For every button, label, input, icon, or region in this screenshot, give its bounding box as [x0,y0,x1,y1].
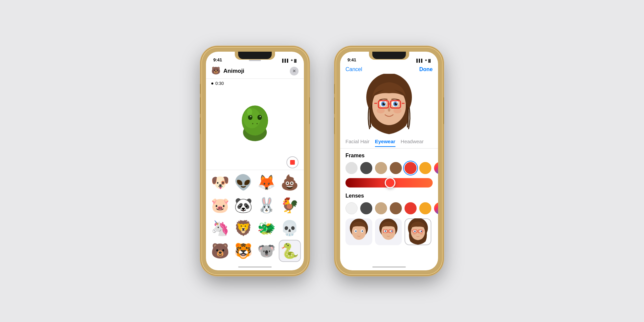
battery-icon-2: ▓ [428,59,431,62]
timer-text: 0:30 [215,81,224,86]
volume-up-button[interactable] [200,97,201,114]
frames-label: Frames [345,153,433,159]
svg-point-43 [385,231,386,232]
list-item[interactable]: 💩 [279,171,301,194]
power-button[interactable] [309,97,310,124]
list-item[interactable]: 🐶 [209,171,231,194]
stop-icon [290,160,295,165]
frames-color-row [345,162,433,174]
lens-swatch-clear[interactable] [345,202,358,214]
svg-point-44 [391,231,392,232]
mute-button-2[interactable] [334,84,335,94]
color-swatch-orange[interactable] [419,162,431,174]
snake-animoji [233,98,277,145]
notch-inner-2 [372,52,406,59]
svg-point-8 [260,116,261,117]
svg-point-22 [384,103,385,104]
notch [235,52,275,60]
cancel-button[interactable]: Cancel [345,66,362,72]
lens-swatch-dark[interactable] [360,202,372,214]
timer-dot [211,83,213,85]
notch-2 [369,52,409,60]
lens-swatch-orange[interactable] [419,202,431,214]
list-item[interactable]: 🐲 [256,217,278,239]
color-swatch-white[interactable] [345,162,358,174]
lenses-label: Lenses [345,193,433,199]
phone-1-screen: 9:41 ▌▌▌ ⌖ ▓ 🐻 Animoji ✕ 0:30 [206,52,304,270]
lens-swatch-red[interactable] [405,202,417,214]
status-time-2: 9:41 [347,57,356,62]
wifi-icon-2: ⌖ [425,58,427,62]
animoji-grid: 🐶 👽 🦊 💩 🐷 🐼 🐰 🐓 🦄 🦁 🐲 💀 🐻 🐯 🐨 [206,170,304,264]
variant-3[interactable] [405,218,431,245]
tab-facial-hair[interactable]: Facial Hair [345,139,370,147]
volume-up-button-2[interactable] [334,97,335,114]
done-button[interactable]: Done [419,66,433,72]
list-item[interactable]: 🦊 [256,171,278,194]
emoji-row-4: 🐻 🐯 🐨 🐍 [209,240,301,262]
color-slider[interactable] [345,178,433,187]
memoji-variants [345,218,433,245]
svg-point-50 [413,233,416,235]
color-swatch-red[interactable] [405,162,417,174]
svg-point-56 [415,231,416,232]
lens-swatch-tan[interactable] [375,202,387,214]
lens-color-more-button[interactable] [434,202,438,214]
color-more-button[interactable] [434,162,438,174]
memoji-nav: Cancel Done [340,64,438,74]
home-bar-2 [372,266,406,268]
variant-1[interactable] [345,218,372,245]
color-swatch-brown[interactable] [390,162,402,174]
record-button[interactable] [286,156,299,168]
list-item[interactable]: 👽 [232,171,255,194]
list-item[interactable]: 🐨 [256,240,278,262]
category-tabs: Facial Hair Eyewear Headwear [340,136,438,149]
phone-1: 9:41 ▌▌▌ ⌖ ▓ 🐻 Animoji ✕ 0:30 [201,47,309,275]
phone-2-screen: 9:41 ▌▌▌ ⌖ ▓ Cancel Done [340,52,438,270]
home-indicator [206,264,304,270]
close-button[interactable]: ✕ [290,67,299,75]
status-time-1: 9:41 [213,57,222,62]
animoji-preview [206,88,304,155]
emoji-row-3: 🦄 🦁 🐲 💀 [209,217,301,239]
slider-thumb[interactable] [385,177,395,188]
signal-icon: ▌▌▌ [282,59,289,62]
list-item[interactable]: 🐯 [232,240,255,262]
memoji-preview [340,74,438,136]
list-item[interactable]: 🐼 [232,194,255,216]
mute-button[interactable] [200,84,201,94]
list-item[interactable]: 🐍 [279,240,301,262]
list-item[interactable]: 🐻 [209,240,231,262]
list-item[interactable]: 💀 [279,217,301,239]
tab-eyewear[interactable]: Eyewear [375,139,395,147]
emoji-row-2: 🐷 🐼 🐰 🐓 [209,194,301,216]
home-indicator-2 [340,264,438,270]
list-item[interactable]: 🐷 [209,194,231,216]
animoji-title: Animoji [223,68,290,74]
editor-content: Frames Lenses [340,149,438,264]
svg-point-51 [420,233,423,235]
svg-point-23 [396,103,397,104]
list-item[interactable]: 🐓 [279,194,301,216]
variant-2[interactable] [375,218,402,245]
lens-swatch-brown[interactable] [390,202,402,214]
power-button-2[interactable] [443,97,444,124]
status-icons-1: ▌▌▌ ⌖ ▓ [282,58,297,62]
emoji-row-1: 🐶 👽 🦊 💩 [209,171,301,194]
svg-point-36 [362,231,363,232]
list-item[interactable]: 🦄 [209,217,231,239]
record-button-area [206,155,304,170]
volume-down-button[interactable] [200,117,201,134]
color-swatch-tan[interactable] [375,162,387,174]
list-item[interactable]: 🐰 [256,194,278,216]
tab-headwear[interactable]: Headwear [401,139,424,147]
animoji-header: 🐻 Animoji ✕ [206,64,304,79]
volume-down-button-2[interactable] [334,117,335,134]
svg-point-9 [252,123,254,124]
battery-icon: ▓ [294,59,297,62]
color-swatch-dark[interactable] [360,162,372,174]
list-item[interactable]: 🦁 [232,217,255,239]
svg-point-7 [250,116,251,117]
svg-point-35 [356,231,357,232]
svg-point-11 [247,108,252,116]
